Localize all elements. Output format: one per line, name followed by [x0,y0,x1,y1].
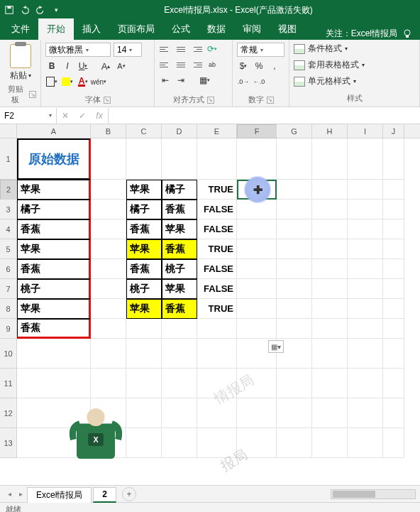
cell[interactable]: 香蕉 [162,200,197,219]
cell[interactable] [312,239,348,259]
cell[interactable] [312,200,348,219]
cell[interactable] [277,369,312,398]
cell[interactable]: 苹果 [126,239,162,259]
cell[interactable] [348,239,383,259]
cell[interactable] [312,138,348,180]
cell[interactable]: 香蕉 [17,219,91,239]
cell[interactable] [348,299,383,319]
cell[interactable] [237,428,277,458]
sheet-tab[interactable]: Excel情报局 [27,487,92,503]
cell[interactable] [126,339,162,369]
cell[interactable]: FALSE [197,279,237,299]
grow-font-button[interactable]: A▴ [99,60,112,72]
cell[interactable] [277,398,312,428]
cell[interactable] [277,200,312,219]
cell[interactable] [383,428,404,458]
format-as-table-button[interactable]: 套用表格格式▾ [294,59,415,71]
row-header[interactable]: 1 [0,138,17,180]
cell[interactable] [237,219,277,239]
italic-button[interactable]: I [61,60,74,72]
clipboard-launcher-icon[interactable]: ↘ [29,91,36,98]
cell[interactable]: 香蕉 [17,259,91,279]
cell[interactable] [383,219,404,239]
col-header[interactable]: G [277,124,312,138]
grid[interactable]: A B C D E F G H I J 1 原始数据 2苹果苹果橘子TRUE3橘… [0,124,420,485]
cell[interactable]: 苹果 [162,219,197,239]
cell[interactable] [91,219,126,239]
cell[interactable] [348,339,383,369]
cell[interactable] [126,369,162,398]
cell[interactable] [312,369,348,398]
align-center-button[interactable] [175,58,187,71]
cell[interactable]: 苹果 [17,299,91,319]
underline-button[interactable]: U▾ [77,60,89,72]
cell[interactable] [162,428,197,458]
cell[interactable] [348,219,383,239]
cell[interactable] [197,339,237,369]
cell[interactable] [126,428,162,458]
cell[interactable] [237,319,277,339]
row-header[interactable]: 11 [0,369,17,398]
cell[interactable]: FALSE [197,219,237,239]
cell[interactable] [383,239,404,259]
font-size-select[interactable]: 14▾ [114,43,142,57]
cell[interactable] [383,299,404,319]
row-header[interactable]: 7 [0,279,17,299]
cell[interactable] [348,428,383,458]
percent-button[interactable]: % [253,60,265,72]
cell[interactable] [277,138,312,180]
cell[interactable] [237,369,277,398]
currency-button[interactable]: $▾ [237,60,250,72]
tab-data[interactable]: 数据 [199,18,234,40]
cell[interactable] [383,138,404,180]
follow-label[interactable]: 关注：Excel情报局 [326,28,397,40]
cell[interactable] [312,180,348,200]
cell[interactable] [277,279,312,299]
cancel-formula-icon[interactable]: ✕ [57,108,74,124]
cell[interactable]: FALSE [197,200,237,219]
align-left-button[interactable] [159,58,172,71]
cell[interactable] [126,319,162,339]
cell[interactable] [312,259,348,279]
cell[interactable]: 香蕉 [17,319,91,339]
row-header[interactable]: 8 [0,299,17,319]
cell[interactable] [91,259,126,279]
cell[interactable] [162,369,197,398]
decrease-decimal-button[interactable]: ←.0 [253,75,265,88]
cell[interactable] [237,200,277,219]
cell[interactable]: 苹果 [162,279,197,299]
paste-options-icon[interactable]: ▦▾ [268,340,284,353]
cell[interactable]: 桃子 [17,279,91,299]
sheet-nav-first-icon[interactable]: ◂ [4,489,14,499]
undo-icon[interactable] [20,5,30,15]
cell[interactable] [237,299,277,319]
cell[interactable] [383,398,404,428]
col-header[interactable]: A [17,124,91,138]
shrink-font-button[interactable]: A▾ [115,60,128,72]
paste-button[interactable]: 粘贴▾ [4,43,36,82]
col-header[interactable]: H [312,124,348,138]
col-header[interactable]: E [197,124,237,138]
col-header[interactable]: J [383,124,404,138]
cell[interactable] [91,369,126,398]
cell[interactable] [126,138,162,180]
cell[interactable] [383,339,404,369]
cell[interactable]: TRUE [197,239,237,259]
cell[interactable] [383,259,404,279]
cell[interactable] [277,299,312,319]
cell[interactable]: 橘子 [162,180,197,200]
tab-review[interactable]: 审阅 [234,18,270,40]
cell[interactable]: 桃子 [162,259,197,279]
cell[interactable] [91,200,126,219]
cell[interactable]: 苹果 [17,239,91,259]
cell[interactable] [277,219,312,239]
cell[interactable] [348,398,383,428]
tab-file[interactable]: 文件 [3,18,38,40]
cell[interactable]: 苹果 [126,299,162,319]
cell-styles-button[interactable]: 单元格样式▾ [294,75,415,87]
font-launcher-icon[interactable]: ↘ [104,97,111,104]
row-header[interactable]: 13 [0,428,17,458]
name-box[interactable]: F2▾ [0,108,57,124]
cell[interactable] [277,319,312,339]
cell[interactable] [126,398,162,428]
